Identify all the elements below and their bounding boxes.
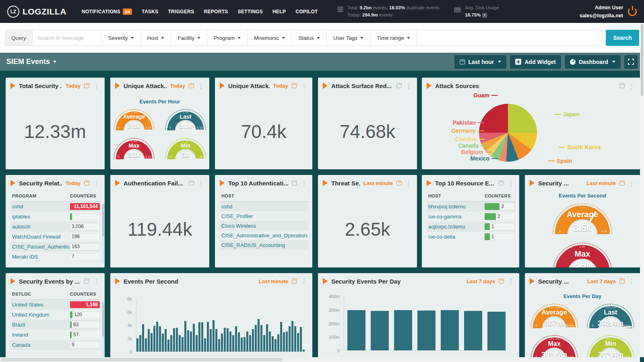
page-vertical-scrollbar[interactable] (640, 23, 644, 357)
table-row[interactable]: United Kingdom120 (10, 310, 101, 320)
table-row[interactable]: Meraki IDS7 (10, 252, 101, 262)
table-row[interactable]: sshd11,161,544 (10, 202, 101, 212)
nav-item-copilot[interactable]: COPILOT (295, 9, 318, 14)
table-row[interactable]: ise-co-delta1 (427, 232, 515, 242)
calendar-icon[interactable] (84, 279, 89, 284)
add-widget-button[interactable]: Add Widget (510, 55, 561, 69)
table-row[interactable]: CISE_Profiler (220, 211, 308, 221)
play-icon[interactable] (530, 278, 535, 284)
calendar-icon[interactable] (84, 83, 89, 88)
table-row[interactable]: autossh3,036 (10, 222, 101, 232)
kebab-menu-icon[interactable]: ⋮ (628, 180, 635, 186)
table-row[interactable]: bhxvjxoj.lzdemo3 (427, 202, 515, 212)
calendar-icon[interactable] (499, 181, 504, 185)
play-icon[interactable] (427, 82, 431, 89)
kebab-menu-icon[interactable]: ⋮ (198, 83, 204, 89)
row-link[interactable]: United Kingdom (12, 312, 50, 318)
play-icon[interactable] (10, 82, 15, 89)
calendar-icon[interactable] (292, 181, 297, 185)
widget-range[interactable]: Last 7 days (587, 278, 616, 284)
play-icon[interactable] (10, 278, 15, 284)
play-icon[interactable] (427, 180, 431, 186)
filter-time-range[interactable]: Time range (370, 30, 417, 45)
table-row[interactable]: WatchGuard Firewall196 (10, 232, 101, 242)
table-row[interactable]: ise-co-gamma2 (427, 212, 515, 222)
play-icon[interactable] (10, 180, 15, 186)
calendar-icon[interactable] (619, 181, 625, 185)
nav-item-reports[interactable]: REPORTS (204, 9, 228, 14)
table-row[interactable]: Ireland57 (10, 330, 101, 340)
widget-range[interactable]: Today (170, 83, 185, 89)
nav-item-settings[interactable]: SETTINGS (238, 9, 263, 14)
row-link[interactable]: bhxvjxoj.lzdemo (428, 204, 466, 210)
table-row[interactable]: Cisco Wireless (220, 221, 308, 230)
row-link[interactable]: United States (12, 302, 43, 308)
row-link[interactable]: Ireland (12, 332, 28, 338)
table-row[interactable]: Canada9 (10, 340, 101, 350)
calendar-icon[interactable] (189, 181, 194, 185)
filter-host[interactable]: Host (141, 30, 171, 45)
nav-item-notifications[interactable]: NOTIFICATIONS24 (82, 8, 132, 15)
kebab-menu-icon[interactable]: ⋮ (405, 83, 412, 89)
kebab-menu-icon[interactable]: ⋮ (628, 83, 635, 89)
search-input[interactable] (33, 30, 102, 45)
nav-item-help[interactable]: HELP (272, 9, 286, 14)
play-icon[interactable] (115, 180, 120, 186)
row-link[interactable]: CISE_Profiler (221, 213, 253, 219)
row-link[interactable]: Brazil (12, 322, 25, 328)
kebab-menu-icon[interactable]: ⋮ (93, 278, 100, 284)
calendar-icon[interactable] (84, 181, 89, 185)
table-row[interactable]: sshd (220, 202, 308, 211)
search-button[interactable]: Search (606, 30, 639, 46)
table-scrollbar[interactable] (102, 302, 104, 362)
row-link[interactable]: iptables (12, 214, 30, 220)
widget-range[interactable]: Today (66, 83, 80, 89)
calendar-icon[interactable] (396, 83, 402, 88)
widget-range[interactable]: Last minute (363, 180, 393, 186)
dashboard-title-dropdown[interactable]: SIEM Events (6, 58, 56, 66)
fullscreen-button[interactable] (624, 55, 638, 69)
kebab-menu-icon[interactable]: ⋮ (405, 180, 412, 186)
dashboard-menu-button[interactable]: Dashboard (565, 55, 621, 69)
row-link[interactable]: sshd (221, 204, 232, 210)
play-icon[interactable] (323, 82, 328, 89)
widget-range[interactable]: Today (66, 180, 80, 186)
table-row[interactable]: iptables (10, 212, 101, 222)
row-link[interactable]: Meraki IDS (12, 254, 38, 260)
row-link[interactable]: ise-co-gamma (428, 214, 461, 220)
row-link[interactable]: aojtorpc.lzdemo (428, 224, 465, 230)
table-row[interactable]: aojtorpc.lzdemo1 (427, 222, 515, 232)
row-link[interactable]: Canada (12, 342, 31, 348)
logout-power-icon[interactable] (628, 7, 637, 16)
table-row[interactable]: CISE_Passed_Authentications163 (10, 242, 101, 252)
filter-facility[interactable]: Facility (171, 30, 207, 45)
kebab-menu-icon[interactable]: ⋮ (93, 83, 100, 89)
row-link[interactable]: autossh (12, 224, 31, 230)
nav-item-triggers[interactable]: TRIGGERS (168, 9, 194, 14)
filter-user-tags[interactable]: User Tags (327, 30, 371, 45)
calendar-icon[interactable] (619, 83, 625, 88)
play-icon[interactable] (323, 180, 328, 186)
kebab-menu-icon[interactable]: ⋮ (508, 180, 514, 186)
table-scrollbar[interactable] (102, 204, 104, 263)
play-icon[interactable] (220, 82, 225, 89)
row-link[interactable]: CISE_Administrative_and_Operational_Audi… (221, 232, 308, 239)
row-link[interactable]: sshd (12, 204, 23, 210)
row-link[interactable]: CISE_RADIUS_Accounting (221, 242, 285, 248)
kebab-menu-icon[interactable]: ⋮ (628, 278, 635, 284)
calendar-icon[interactable] (396, 181, 402, 185)
nav-item-tasks[interactable]: TASKS (142, 9, 158, 14)
row-link[interactable]: CISE_Passed_Authentications (12, 244, 70, 250)
play-icon[interactable] (220, 180, 225, 186)
kebab-menu-icon[interactable]: ⋮ (198, 180, 204, 186)
row-link[interactable]: ise-co-delta (428, 234, 455, 240)
time-range-button[interactable]: Last hour (454, 55, 506, 69)
table-row[interactable]: Brazil63 (10, 320, 101, 330)
table-row[interactable]: CISE_Administrative_and_Operational_Audi… (220, 230, 308, 240)
calendar-icon[interactable] (189, 83, 194, 88)
calendar-icon[interactable] (619, 279, 625, 284)
kebab-menu-icon[interactable]: ⋮ (301, 83, 308, 89)
filter-status[interactable]: Status (292, 30, 326, 45)
kebab-menu-icon[interactable]: ⋮ (301, 180, 308, 186)
widget-range[interactable]: Last minute (586, 180, 616, 186)
